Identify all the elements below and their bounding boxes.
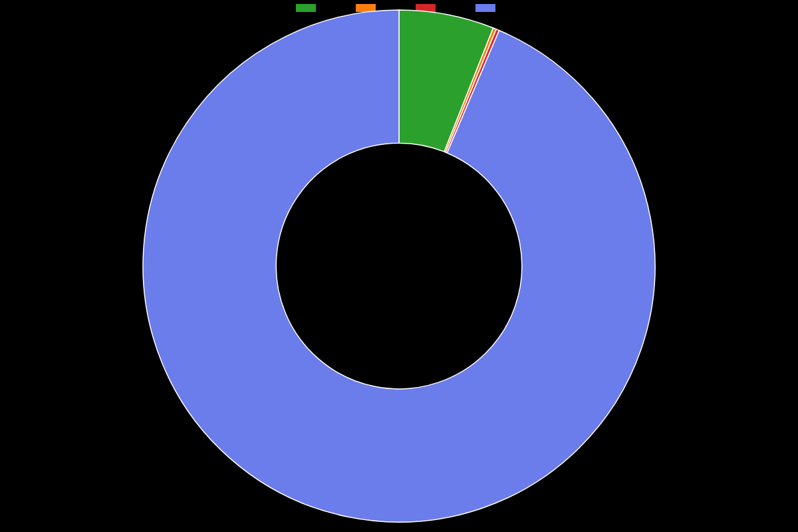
- donut-chart: [0, 0, 798, 532]
- donut-slice-3: [143, 10, 655, 522]
- donut-slices: [143, 10, 655, 522]
- donut-svg: [140, 7, 658, 525]
